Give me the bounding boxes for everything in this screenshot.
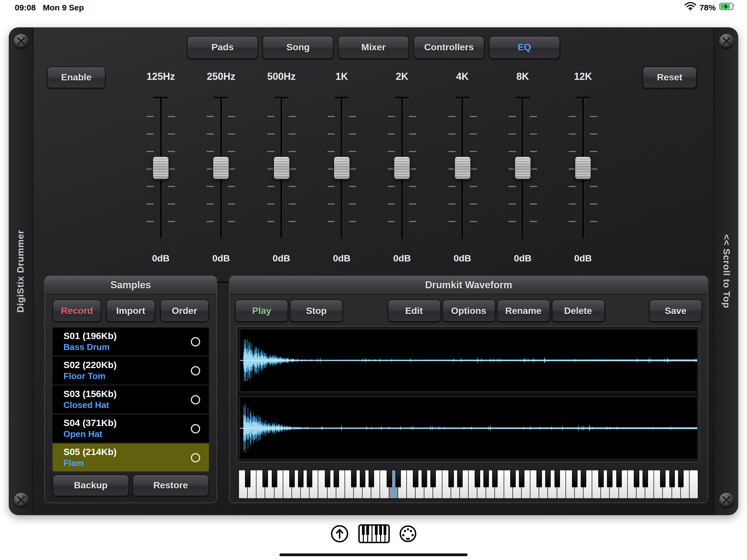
slider-tick — [469, 116, 476, 117]
slider-tick — [288, 203, 295, 205]
midi-icon[interactable] — [398, 525, 417, 545]
edit-button[interactable]: Edit — [387, 300, 440, 322]
piano-black-key[interactable] — [431, 470, 436, 487]
sample-radio[interactable] — [191, 395, 200, 404]
waveform-display — [237, 327, 699, 462]
upload-icon[interactable] — [330, 524, 350, 546]
slider-tick — [409, 133, 416, 134]
home-indicator[interactable] — [279, 554, 468, 556]
piano-black-key[interactable] — [386, 470, 392, 487]
eq-slider-knob[interactable] — [334, 156, 350, 179]
slider-tick — [569, 203, 576, 205]
eq-band-frequency-label: 2K — [372, 71, 432, 82]
sample-row[interactable]: S05 (214Kb)Flam — [52, 443, 209, 472]
save-button[interactable]: Save — [649, 300, 702, 322]
sample-row[interactable]: S01 (196Kb)Bass Drum — [52, 328, 209, 355]
sample-name: S03 (156Kb) — [63, 389, 117, 400]
piano-black-key[interactable] — [475, 470, 480, 487]
piano-black-key[interactable] — [360, 470, 365, 487]
sample-row[interactable]: S02 (220Kb)Floor Tom — [52, 357, 209, 384]
play-button[interactable]: Play — [235, 300, 288, 322]
piano-keyboard — [239, 470, 698, 498]
sample-radio[interactable] — [191, 366, 200, 375]
piano-black-key[interactable] — [484, 470, 489, 487]
slider-tick — [530, 133, 537, 134]
piano-black-key[interactable] — [519, 470, 524, 487]
delete-button[interactable]: Delete — [551, 300, 604, 322]
sample-row[interactable]: S04 (371Kb)Open Hat — [52, 414, 209, 442]
piano-black-key[interactable] — [537, 470, 542, 487]
eq-slider-knob[interactable] — [273, 156, 289, 179]
sample-description: Flam — [63, 458, 84, 468]
piano-black-key[interactable] — [545, 470, 551, 487]
eq-slider-knob[interactable] — [153, 156, 169, 179]
eq-slider-knob[interactable] — [575, 156, 591, 179]
piano-black-key[interactable] — [289, 470, 295, 487]
piano-white-key[interactable] — [690, 470, 698, 498]
backup-button[interactable]: Backup — [52, 475, 129, 497]
eq-band-gain-label: 0dB — [191, 253, 251, 264]
piano-black-key[interactable] — [669, 470, 674, 487]
samples-panel-title: Samples — [45, 276, 216, 295]
slider-tick — [469, 221, 476, 222]
import-button[interactable]: Import — [106, 300, 155, 322]
piano-black-key[interactable] — [422, 470, 427, 487]
piano-black-key[interactable] — [272, 470, 277, 487]
piano-black-key[interactable] — [333, 470, 339, 487]
slider-tick — [267, 203, 274, 205]
piano-black-key[interactable] — [660, 470, 666, 487]
piano-black-key[interactable] — [298, 470, 304, 487]
piano-black-key[interactable] — [413, 470, 418, 487]
piano-black-key[interactable] — [263, 470, 268, 487]
order-button[interactable]: Order — [160, 300, 209, 322]
piano-black-key[interactable] — [554, 470, 560, 487]
sample-row[interactable]: S03 (156Kb)Closed Hat — [52, 385, 209, 413]
piano-black-key[interactable] — [395, 470, 401, 487]
slider-tick — [228, 186, 235, 187]
piano-black-key[interactable] — [245, 470, 251, 487]
slider-tick — [590, 186, 597, 187]
spacer — [606, 300, 647, 322]
stop-button[interactable]: Stop — [290, 300, 343, 322]
slider-tick — [388, 221, 395, 222]
piano-black-key[interactable] — [369, 470, 374, 487]
piano-black-key[interactable] — [572, 470, 577, 487]
piano-black-key[interactable] — [510, 470, 516, 487]
piano-black-key[interactable] — [616, 470, 621, 487]
sample-radio[interactable] — [191, 453, 200, 462]
piano-black-key[interactable] — [457, 470, 463, 487]
piano-black-key[interactable] — [643, 470, 648, 487]
options-button[interactable]: Options — [442, 300, 495, 322]
sample-radio[interactable] — [191, 424, 200, 433]
slider-tick — [288, 151, 295, 152]
piano-black-key[interactable] — [307, 470, 312, 487]
status-time: 09:08 — [15, 3, 36, 12]
slider-tick — [328, 133, 335, 134]
eq-slider-knob[interactable] — [213, 156, 229, 179]
slider-tick — [147, 151, 154, 152]
slider-tick — [388, 203, 395, 205]
piano-black-key[interactable] — [607, 470, 613, 487]
sample-radio[interactable] — [191, 337, 200, 346]
piano-black-key[interactable] — [678, 470, 683, 487]
record-button[interactable]: Record — [52, 300, 101, 322]
piano-black-key[interactable] — [598, 470, 604, 487]
piano-black-key[interactable] — [351, 470, 357, 487]
rename-button[interactable]: Rename — [497, 300, 550, 322]
piano-black-key[interactable] — [448, 470, 454, 487]
slider-tick — [530, 221, 537, 222]
eq-slider-knob[interactable] — [454, 156, 470, 179]
restore-button[interactable]: Restore — [132, 475, 209, 497]
eq-band-frequency-label: 4K — [432, 71, 492, 82]
keyboard-icon[interactable] — [358, 524, 390, 546]
piano-black-key[interactable] — [325, 470, 330, 487]
piano-black-key[interactable] — [634, 470, 639, 487]
slider-tick — [448, 203, 455, 205]
eq-slider-knob[interactable] — [515, 156, 531, 179]
slider-tick — [509, 116, 516, 117]
slider-tick — [288, 186, 295, 187]
piano-black-key[interactable] — [492, 470, 498, 487]
eq-slider-knob[interactable] — [394, 156, 410, 179]
slider-tick — [328, 116, 335, 117]
piano-black-key[interactable] — [581, 470, 586, 487]
